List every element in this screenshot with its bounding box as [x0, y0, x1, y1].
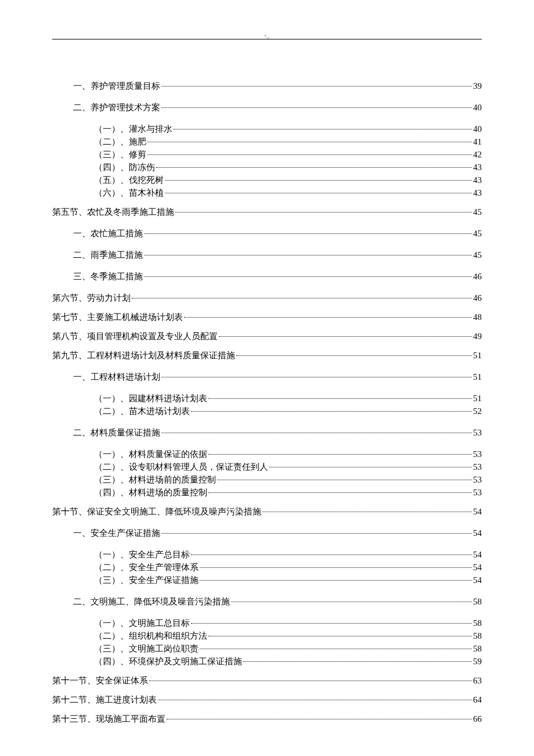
toc-page-number: 64	[473, 694, 482, 706]
toc-label: 第六节、劳动力计划	[52, 292, 131, 304]
toc-label: （三）、修剪	[94, 149, 146, 161]
toc-page-number: 54	[473, 574, 482, 586]
toc-page-number: 66	[473, 713, 482, 725]
toc-entry: （二）、组织机构和组织方法58	[94, 630, 482, 642]
toc-label: （三）、材料进场前的质量控制	[94, 474, 216, 486]
toc-page-number: 46	[473, 292, 482, 304]
toc-page-number: 43	[473, 161, 482, 174]
toc-page-number: 45	[473, 249, 482, 261]
toc-leader-dots	[144, 233, 472, 234]
toc-label: （二）、苗木进场计划表	[94, 405, 190, 417]
toc-leader-dots	[243, 661, 472, 662]
toc-leader-dots	[175, 212, 472, 213]
toc-label: 二、材料质量保证措施	[73, 427, 160, 439]
toc-label: 第十三节、现场施工平面布置	[52, 713, 165, 725]
toc-entry: （四）、防冻伤43	[94, 161, 482, 174]
toc-label: 第九节、工程材料进场计划及材料质量保证措施	[52, 350, 235, 362]
toc-leader-dots	[144, 276, 472, 277]
toc-label: 一、养护管理质量目标	[73, 80, 160, 92]
toc-page-number: 58	[473, 643, 482, 655]
toc-leader-dots	[262, 512, 472, 512]
toc-leader-dots	[147, 154, 472, 155]
toc-label: 第七节、主要施工机械进场计划表	[52, 311, 183, 323]
toc-entry: （四）、环境保护及文明施工保证措施59	[94, 656, 482, 668]
toc-label: 二、雨季施工措施	[73, 249, 143, 261]
toc-page-number: 42	[473, 149, 482, 161]
toc-label: 一、安全生产保证措施	[73, 527, 160, 539]
header-rule: -_	[52, 35, 482, 39]
toc-page-number: 45	[473, 206, 482, 218]
toc-label: （三）、安全生产保证措施	[94, 574, 199, 586]
toc-label: （一）、灌水与排水	[94, 123, 172, 135]
toc-label: （四）、环境保护及文明施工保证措施	[94, 656, 242, 668]
toc-entry: 第八节、项目管理机构设置及专业人员配置49	[52, 330, 482, 343]
toc-page-number: 41	[473, 136, 482, 148]
toc-entry: 一、农忙施工措施45	[73, 228, 482, 240]
toc-entry: （六）、苗木补植43	[94, 187, 482, 199]
toc-label: 第八节、项目管理机构设置及专业人员配置	[52, 330, 218, 343]
toc-leader-dots	[165, 180, 472, 181]
toc-page-number: 59	[473, 656, 482, 668]
toc-leader-dots	[184, 317, 472, 318]
toc-label: 二、文明施工、降低环境及噪音污染措施	[73, 596, 230, 608]
toc-leader-dots	[191, 623, 472, 624]
toc-page-number: 49	[473, 330, 482, 343]
toc-page-number: 51	[473, 371, 482, 383]
toc-label: （三）、文明施工岗位职责	[94, 643, 199, 655]
toc-leader-dots	[208, 636, 472, 636]
toc-page-number: 43	[473, 187, 482, 199]
toc-label: （一）、材料质量保证的依据	[94, 448, 207, 460]
toc-entry: 第十二节、施工进度计划表64	[52, 694, 482, 706]
toc-page-number: 45	[473, 228, 482, 240]
toc-leader-dots	[161, 86, 472, 87]
toc-entry: 第九节、工程材料进场计划及材料质量保证措施51	[52, 350, 482, 362]
page-container: -_ 一、养护管理质量目标39二、养护管理技术方案40（一）、灌水与排水40（二…	[0, 0, 534, 756]
toc-leader-dots	[161, 377, 472, 377]
toc-page-number: 54	[473, 527, 482, 539]
toc-entry: （一）、文明施工总目标58	[94, 617, 482, 629]
toc-leader-dots	[200, 567, 472, 568]
toc-leader-dots	[161, 107, 472, 108]
toc-leader-dots	[174, 129, 472, 129]
toc-label: （二）、组织机构和组织方法	[94, 630, 207, 642]
toc-entry: （二）、施肥41	[94, 136, 482, 148]
toc-page-number: 54	[473, 549, 482, 561]
toc-leader-dots	[236, 355, 472, 356]
toc-label: 一、工程材料进场计划	[73, 371, 160, 383]
toc-entry: 第十三节、现场施工平面布置66	[52, 713, 482, 725]
toc-page-number: 51	[473, 393, 482, 405]
toc-label: （四）、材料进场的质量控制	[94, 487, 207, 499]
toc-leader-dots	[144, 255, 472, 255]
toc-page-number: 51	[473, 350, 482, 362]
toc-entry: 二、雨季施工措施45	[73, 249, 482, 261]
toc-entry: （二）、安全生产管理体系54	[94, 561, 482, 574]
toc-entry: 第七节、主要施工机械进场计划表48	[52, 311, 482, 323]
toc-label: （六）、苗木补植	[94, 187, 164, 199]
toc-leader-dots	[158, 700, 472, 700]
toc-entry: （一）、安全生产总目标54	[94, 549, 482, 561]
toc-leader-dots	[149, 681, 472, 681]
toc-label: （一）、文明施工总目标	[94, 617, 190, 629]
toc-leader-dots	[269, 467, 472, 467]
toc-entry: 二、养护管理技术方案40	[73, 102, 482, 114]
toc-page-number: 53	[473, 427, 482, 439]
toc-leader-dots	[132, 298, 472, 298]
toc-entry: （三）、修剪42	[94, 149, 482, 161]
toc-entry: 一、安全生产保证措施54	[73, 527, 482, 539]
toc-entry: （一）、材料质量保证的依据53	[94, 448, 482, 460]
toc-page-number: 53	[473, 487, 482, 499]
toc-entry: 第十一节、安全保证体系63	[52, 675, 482, 687]
toc-label: 三、冬季施工措施	[73, 271, 143, 283]
toc-page-number: 52	[473, 405, 482, 417]
toc-entry: 第六节、劳动力计划46	[52, 292, 482, 304]
toc-label: 一、农忙施工措施	[73, 228, 143, 240]
toc-leader-dots	[208, 492, 472, 493]
toc-entry: 一、工程材料进场计划51	[73, 371, 482, 383]
toc-page-number: 54	[473, 506, 482, 518]
toc-leader-dots	[217, 480, 472, 480]
toc-entry: 二、材料质量保证措施53	[73, 427, 482, 439]
toc-label: 第十节、保证安全文明施工、降低环境及噪声污染措施	[52, 506, 261, 518]
toc-leader-dots	[208, 398, 472, 399]
toc-entry: 第十节、保证安全文明施工、降低环境及噪声污染措施54	[52, 506, 482, 518]
toc-leader-dots	[200, 649, 472, 649]
